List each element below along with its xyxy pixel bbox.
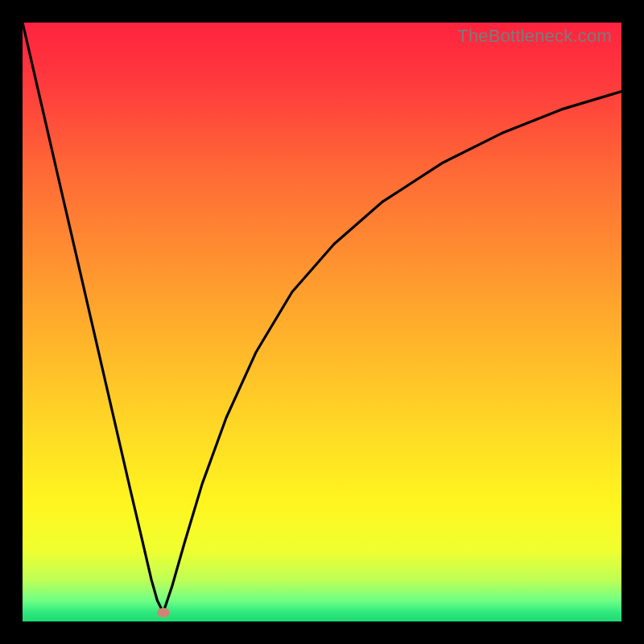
- plot-area: TheBottleneck.com: [23, 23, 621, 621]
- watermark-text: TheBottleneck.com: [457, 26, 612, 47]
- chart-frame: TheBottleneck.com: [0, 0, 644, 644]
- optimum-marker: [157, 608, 170, 617]
- svg-rect-0: [23, 23, 621, 621]
- background-gradient: [23, 23, 621, 621]
